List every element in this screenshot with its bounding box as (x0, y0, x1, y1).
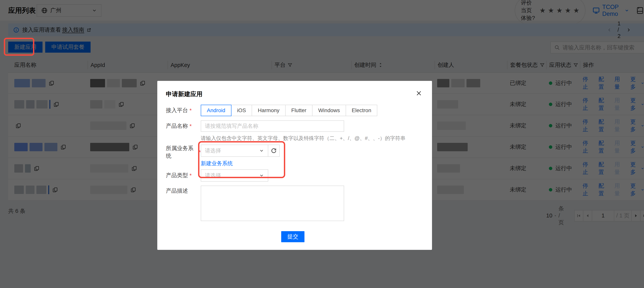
product-name-input[interactable] (201, 120, 344, 132)
refresh-button[interactable] (268, 145, 280, 157)
refresh-icon (271, 148, 277, 154)
modal-title: 申请新建应用 (166, 90, 202, 98)
product-name-hint: 请输入仅包含中文字符、英文字母、数字以及特殊字符（二、+、/、@、#、、-）的字… (201, 135, 406, 142)
required-asterisk: * (199, 149, 201, 155)
business-system-label: 所属业务系统* (166, 145, 201, 160)
create-app-modal: 申请新建应用 接入平台* AndroidiOSHarmonyFlutterWin… (157, 81, 432, 250)
product-desc-label: 产品描述 (166, 186, 201, 195)
platform-tab-harmony[interactable]: Harmony (252, 105, 286, 116)
product-desc-textarea[interactable] (201, 186, 344, 221)
platform-field: 接入平台* AndroidiOSHarmonyFlutterWindowsEle… (166, 105, 424, 116)
product-type-placeholder: 请选择 (205, 172, 221, 179)
platform-label: 接入平台* (166, 105, 201, 116)
product-desc-field: 产品描述 (166, 186, 424, 221)
platform-tab-electron[interactable]: Electron (346, 105, 378, 116)
new-business-system-link[interactable]: 新建业务系统 (201, 160, 233, 167)
product-type-select[interactable]: 请选择 (201, 169, 268, 182)
platform-tab-android[interactable]: Android (201, 105, 232, 116)
product-name-label: 产品名称* (166, 120, 201, 132)
required-asterisk: * (190, 172, 192, 179)
submit-button[interactable]: 提交 (281, 231, 304, 242)
required-asterisk: * (190, 123, 192, 129)
platform-tab-windows[interactable]: Windows (312, 105, 346, 116)
platform-tabs: AndroidiOSHarmonyFlutterWindowsElectron (201, 105, 377, 116)
chevron-down-icon (259, 148, 264, 153)
chevron-down-icon (259, 173, 264, 178)
required-asterisk: * (190, 107, 192, 114)
new-business-system-row: 新建业务系统 (166, 160, 424, 167)
business-system-select[interactable]: 请选择 (201, 145, 268, 157)
product-name-field: 产品名称* (166, 120, 424, 132)
platform-tab-ios[interactable]: iOS (231, 105, 252, 116)
platform-tab-flutter[interactable]: Flutter (285, 105, 312, 116)
product-name-hint-row: 请输入仅包含中文字符、英文字母、数字以及特殊字符（二、+、/、@、#、、-）的字… (166, 135, 424, 142)
product-type-label: 产品类型* (166, 169, 201, 182)
business-system-placeholder: 请选择 (205, 147, 221, 154)
business-system-field: 所属业务系统* 请选择 (166, 145, 424, 160)
product-type-field: 产品类型* 请选择 (166, 169, 424, 182)
modal-close-icon[interactable] (416, 90, 422, 97)
